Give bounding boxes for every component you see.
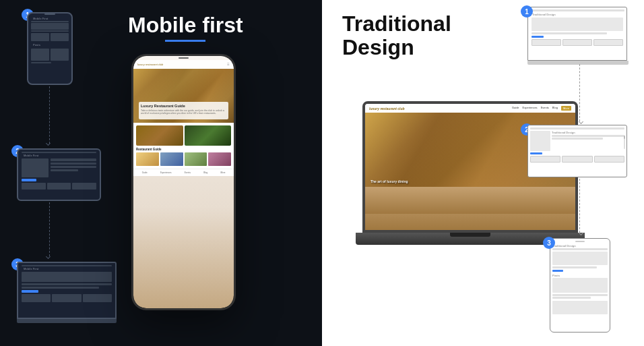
r-arrow-1-2: [579, 119, 583, 124]
wireframe-laptop-3: Mobile First: [17, 262, 117, 323]
traditional-title-line1: Traditional: [342, 12, 451, 36]
device-3-laptop-container: 3 Mobile First: [17, 262, 117, 323]
r-wireframe-phone-3: Traditional Design Posts: [550, 238, 610, 333]
device-1-phone-container: 1 Mobile First Posts: [27, 12, 73, 85]
mobile-first-heading: Mobile first: [128, 13, 243, 42]
r-wireframe-tablet-2: Traditional Design: [527, 125, 627, 177]
traditional-title-line2: Design: [342, 36, 451, 59]
restaurant-img-2: [185, 125, 232, 146]
phone-speaker: [179, 57, 189, 59]
mobile-first-title: Mobile first: [128, 13, 243, 37]
nav-guide: Guide: [142, 171, 148, 174]
guide-img-2: [160, 152, 183, 166]
r-device-1-laptop-container: 1 Traditional Design: [527, 7, 629, 65]
restaurant-bottom-nav: Guide Experiences Events Blog More: [133, 169, 234, 176]
restaurant-nav: luxury restaurant club ☰: [133, 60, 234, 69]
r-wireframe-laptop-1: Traditional Design: [527, 7, 629, 65]
restaurant-hero: Luxury Restaurant Guide Take a delicious…: [133, 69, 234, 123]
main-phone-inner: luxury restaurant club ☰ Luxury Restaura…: [133, 56, 234, 308]
connector-1-2: [49, 86, 50, 144]
heading-underline: [165, 40, 205, 42]
r-laptop-base-1: [527, 61, 629, 65]
nav-experiences: Experiences: [160, 171, 172, 174]
wireframe-tablet-2: Mobile First: [17, 148, 101, 201]
left-device-stack: 1 Mobile First Posts: [13, 7, 121, 337]
r-device-2-tablet-container: 2 Traditional Design: [527, 125, 629, 177]
r-tablet-col-3: [594, 156, 624, 163]
r-device-3-phone-container: 3 Traditional Design Posts: [550, 238, 614, 333]
nav-blog: Blog: [203, 171, 207, 174]
r-scrollbar-2: [624, 136, 625, 149]
nav-more: More: [220, 171, 225, 174]
r-tablet-col-2: [562, 156, 592, 163]
r-arrow-2-3: [579, 231, 583, 235]
restaurant-images: [136, 125, 231, 146]
guide-title: Restaurant Guide: [136, 148, 231, 151]
left-panel: Mobile first 1 Mobile First Posts: [0, 0, 322, 346]
restaurant-title: Luxury Restaurant Guide: [141, 104, 226, 108]
wireframe-phone-1: Mobile First Posts: [27, 12, 73, 85]
r-phone-speaker: [575, 241, 585, 242]
restaurant-img-1: [136, 125, 183, 146]
guide-images: [136, 152, 231, 166]
r-col-cell-2: [562, 39, 592, 46]
laptop-screen-3: Mobile First: [17, 262, 117, 319]
right-panel: Traditional Design luxury restaurant clu…: [322, 0, 644, 346]
connector-2-3: [49, 202, 50, 256]
r-connector-1-2: [579, 64, 580, 121]
device-2-tablet-container: 2 Mobile First: [17, 148, 101, 201]
guide-img-4: [208, 152, 231, 166]
r-col-cell-1: [532, 39, 561, 46]
restaurant-desc: Take a delicious taste adventure with th…: [141, 109, 226, 115]
restaurant-body: Restaurant Guide: [133, 123, 234, 169]
r-badge-3: 3: [543, 237, 555, 249]
r-connector-2-3: [579, 179, 580, 233]
r-col-cell-3: [593, 39, 623, 46]
r-tablet-col-1: [530, 156, 560, 163]
traditional-heading: Traditional Design: [342, 12, 451, 59]
laptop-base-3: [17, 319, 117, 323]
nav-events: Events: [185, 171, 191, 174]
r-laptop-screen-1: Traditional Design: [527, 7, 627, 61]
main-phone-mockup: luxury restaurant club ☰ Luxury Restaura…: [131, 54, 236, 310]
laptop-hero-text: The art of luxury dining: [371, 179, 408, 183]
guide-img-3: [185, 152, 207, 166]
right-device-stack: 1 Traditional Design: [519, 3, 634, 341]
r-badge-1: 1: [521, 5, 533, 18]
guide-img-1: [136, 152, 159, 166]
